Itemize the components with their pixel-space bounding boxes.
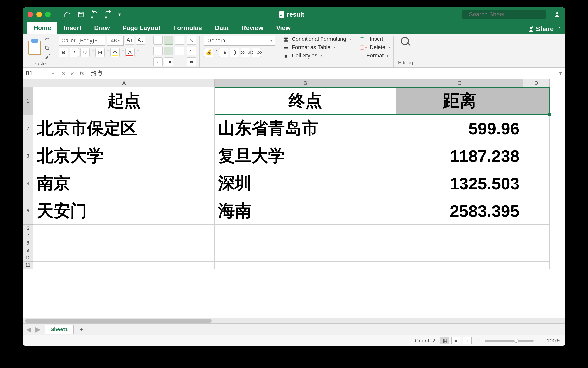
cell-b7[interactable] xyxy=(215,232,396,239)
page-layout-view-button[interactable]: ▣ xyxy=(451,337,460,344)
cell-b8[interactable] xyxy=(215,239,396,247)
cell-c3[interactable]: 1187.238 xyxy=(396,142,523,170)
cell-b5[interactable]: 海南 xyxy=(215,197,396,225)
row-header-2[interactable]: 2 xyxy=(23,115,33,142)
col-header-b[interactable]: B xyxy=(215,79,396,87)
borders-button[interactable]: ⊞ xyxy=(95,48,105,57)
cell-d5[interactable] xyxy=(523,197,550,225)
cell-d3[interactable] xyxy=(523,142,550,170)
cell-c11[interactable] xyxy=(396,262,523,269)
tab-formulas[interactable]: Formulas xyxy=(167,22,208,34)
row-header-3[interactable]: 3 xyxy=(23,142,33,170)
redo-icon[interactable]: ▾ xyxy=(105,9,112,20)
row-header-9[interactable]: 9 xyxy=(23,247,33,254)
format-painter-icon[interactable]: 🖌 xyxy=(45,53,51,60)
cell-a1[interactable]: 起点 xyxy=(33,87,215,115)
selection-handle[interactable] xyxy=(548,113,551,116)
cell-d4[interactable] xyxy=(523,170,550,197)
cell-b10[interactable] xyxy=(215,254,396,262)
cell-a10[interactable] xyxy=(33,254,215,262)
delete-cells-button[interactable]: ⬚−Delete▾ xyxy=(359,44,390,51)
row-header-11[interactable]: 11 xyxy=(23,262,33,269)
align-left-button[interactable]: ≡ xyxy=(153,47,163,55)
tab-data[interactable]: Data xyxy=(208,22,235,34)
tab-view[interactable]: View xyxy=(270,22,297,34)
tab-page-layout[interactable]: Page Layout xyxy=(116,22,167,34)
select-all-corner[interactable] xyxy=(23,79,33,87)
share-button[interactable]: + Share xyxy=(528,25,554,33)
merge-button[interactable]: ⬌ xyxy=(187,57,196,66)
cell-a2[interactable]: 北京市保定区 xyxy=(33,115,215,142)
col-header-c[interactable]: C xyxy=(396,79,523,87)
horizontal-scrollbar[interactable] xyxy=(23,318,565,323)
conditional-formatting-button[interactable]: ▦Conditional Formatting▾ xyxy=(283,36,351,42)
qat-customize-icon[interactable]: ▾ xyxy=(118,12,121,17)
cell-b4[interactable]: 深圳 xyxy=(215,170,396,197)
font-name-select[interactable]: Calibri (Body)▾ xyxy=(59,36,105,46)
cell-c7[interactable] xyxy=(396,232,523,239)
font-color-button[interactable]: A xyxy=(125,48,135,57)
paste-button[interactable] xyxy=(28,41,41,55)
expand-formula-bar-icon[interactable]: ▾ xyxy=(556,70,565,77)
font-size-select[interactable]: 48▾ xyxy=(107,36,124,46)
row-header-5[interactable]: 5 xyxy=(23,197,33,225)
cell-d2[interactable] xyxy=(523,115,550,142)
col-header-a[interactable]: A xyxy=(33,79,215,87)
search-input[interactable] xyxy=(469,11,542,18)
cell-c6[interactable] xyxy=(396,225,523,232)
cell-a6[interactable] xyxy=(33,225,215,232)
orientation-button[interactable]: ⤭ xyxy=(187,36,196,45)
cell-c10[interactable] xyxy=(396,254,523,262)
cell-styles-button[interactable]: ▣Cell Styles▾ xyxy=(283,53,351,59)
save-icon[interactable] xyxy=(78,11,84,18)
accept-formula-icon[interactable]: ✓ xyxy=(70,70,75,77)
number-format-select[interactable]: General▾ xyxy=(204,36,275,46)
user-icon[interactable] xyxy=(554,11,560,18)
row-header-7[interactable]: 7 xyxy=(23,232,33,239)
cell-b9[interactable] xyxy=(215,247,396,254)
cell-c9[interactable] xyxy=(396,247,523,254)
search-box[interactable] xyxy=(462,10,546,19)
align-center-button[interactable]: ≡ xyxy=(164,47,173,55)
cell-c8[interactable] xyxy=(396,239,523,247)
close-window-button[interactable] xyxy=(28,12,33,17)
row-header-8[interactable]: 8 xyxy=(23,239,33,247)
formula-input[interactable]: 终点 xyxy=(88,69,556,77)
bold-button[interactable]: B xyxy=(59,48,68,57)
cell-d10[interactable] xyxy=(523,254,550,262)
cancel-formula-icon[interactable]: ✕ xyxy=(61,70,66,77)
underline-button[interactable]: U xyxy=(80,48,90,57)
cell-d7[interactable] xyxy=(523,232,550,239)
home-icon[interactable] xyxy=(64,11,71,18)
currency-button[interactable]: 💰 xyxy=(204,48,213,57)
row-header-6[interactable]: 6 xyxy=(23,225,33,232)
wrap-text-button[interactable]: ↩ xyxy=(187,47,196,55)
tab-home[interactable]: Home xyxy=(27,22,57,34)
cell-a7[interactable] xyxy=(33,232,215,239)
zoom-in-button[interactable]: + xyxy=(539,338,542,344)
zoom-slider[interactable] xyxy=(485,340,534,342)
find-button[interactable] xyxy=(398,36,413,48)
decrease-font-icon[interactable]: A↓ xyxy=(136,36,145,45)
tab-review[interactable]: Review xyxy=(235,22,270,34)
col-header-d[interactable]: D xyxy=(523,79,550,87)
increase-indent-button[interactable]: ⇥ xyxy=(164,57,173,66)
cut-icon[interactable]: ✂ xyxy=(45,36,51,42)
cell-b3[interactable]: 复旦大学 xyxy=(215,142,396,170)
cell-d11[interactable] xyxy=(523,262,550,269)
comma-button[interactable]: ❩ xyxy=(230,48,239,57)
increase-decimal-button[interactable]: .00→.0 xyxy=(241,48,250,57)
fx-icon[interactable]: fx xyxy=(80,70,84,77)
cell-c1[interactable]: 距离 xyxy=(396,87,523,115)
undo-icon[interactable]: ▾ xyxy=(91,9,98,20)
name-box[interactable]: B1▾ xyxy=(23,68,57,79)
cell-b1[interactable]: 终点 xyxy=(215,87,396,115)
tab-insert[interactable]: Insert xyxy=(57,22,88,34)
format-as-table-button[interactable]: ▤Format as Table▾ xyxy=(283,44,351,51)
cell-b6[interactable] xyxy=(215,225,396,232)
collapse-ribbon-icon[interactable]: ^ xyxy=(558,26,561,32)
normal-view-button[interactable]: ▦ xyxy=(440,337,449,344)
italic-button[interactable]: I xyxy=(70,48,79,57)
cell-c4[interactable]: 1325.503 xyxy=(396,170,523,197)
increase-font-icon[interactable]: A↑ xyxy=(125,36,134,45)
